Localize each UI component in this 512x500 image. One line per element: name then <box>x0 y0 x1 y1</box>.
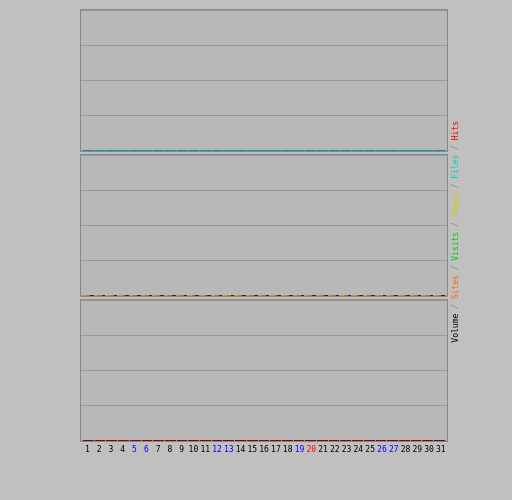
x-axis-label: 29 <box>412 445 423 454</box>
bar-group <box>235 150 246 151</box>
pages-bar <box>242 295 246 296</box>
pages-bar <box>441 295 445 296</box>
x-axis-label: 8 <box>164 445 175 454</box>
bar-group <box>294 440 305 441</box>
pages-bar <box>90 295 94 296</box>
volume-bar <box>142 440 153 441</box>
bar-group <box>387 295 398 296</box>
bar-group <box>95 150 106 151</box>
pages-bar <box>219 295 223 296</box>
x-axis-label: 13 <box>223 445 234 454</box>
bar-group <box>153 295 164 296</box>
right-legend: Volume / Sites / Visits / Pages / Files … <box>451 121 460 343</box>
hits-bar <box>106 150 117 151</box>
volume-bar <box>352 440 363 441</box>
volume-bar <box>106 440 117 441</box>
volume-bar <box>259 440 270 441</box>
bar-group <box>364 295 375 296</box>
bar-group <box>317 295 328 296</box>
x-axis-label: 25 <box>365 445 376 454</box>
bar-group <box>130 150 141 151</box>
pages-bar <box>371 295 375 296</box>
bar-group <box>212 150 223 151</box>
volume-bar <box>235 440 246 441</box>
pages-bar <box>336 295 340 296</box>
x-axis-label: 22 <box>329 445 340 454</box>
bar-group <box>434 295 445 296</box>
bar-group <box>376 440 387 441</box>
volume-bar <box>188 440 199 441</box>
bar-group <box>305 150 316 151</box>
bar-group <box>165 440 176 441</box>
bar-group <box>422 440 433 441</box>
bar-group <box>177 440 188 441</box>
bar-group <box>259 440 270 441</box>
bar-group <box>177 150 188 151</box>
hits-bar <box>434 150 445 151</box>
hits-bar <box>282 150 293 151</box>
hits-bar <box>329 150 340 151</box>
pages-bar <box>348 295 352 296</box>
volume-bar <box>422 440 433 441</box>
volume-bar <box>305 440 316 441</box>
hits-bar <box>387 150 398 151</box>
bar-group <box>95 295 106 296</box>
bar-group <box>83 295 94 296</box>
hits-bar <box>376 150 387 151</box>
hits-bar <box>259 150 270 151</box>
pages-bar <box>406 295 410 296</box>
hits-bar <box>177 150 188 151</box>
bar-group <box>282 440 293 441</box>
pages-bar <box>394 295 398 296</box>
volume-bar <box>376 440 387 441</box>
bar-group <box>282 295 293 296</box>
x-axis-label: 3 <box>106 445 117 454</box>
pages-bar <box>102 295 106 296</box>
bar-group <box>188 150 199 151</box>
hits-bar <box>317 150 328 151</box>
bar-group <box>200 440 211 441</box>
hits-bar <box>153 150 164 151</box>
x-axis: 1234567891011121314151617181920212223242… <box>80 445 448 454</box>
hits-bar <box>305 150 316 151</box>
bar-group <box>305 295 316 296</box>
hits-bar <box>118 150 129 151</box>
bar-group <box>340 440 351 441</box>
hits-bar <box>399 150 410 151</box>
x-axis-label: 18 <box>282 445 293 454</box>
bar-group <box>376 150 387 151</box>
bar-group <box>153 440 164 441</box>
hits-bar <box>422 150 433 151</box>
volume-bar <box>329 440 340 441</box>
pages-bar <box>114 295 118 296</box>
bar-group <box>165 150 176 151</box>
hits-bar <box>340 150 351 151</box>
bar-group <box>422 295 433 296</box>
x-axis-label: 11 <box>200 445 211 454</box>
bar-group <box>259 295 270 296</box>
pages-bar <box>324 295 328 296</box>
bar-group <box>352 295 363 296</box>
hits-bar <box>270 150 281 151</box>
bar-group <box>399 440 410 441</box>
pages-bar <box>172 295 176 296</box>
bar-group <box>340 295 351 296</box>
hits-bar <box>235 150 246 151</box>
bar-group <box>259 150 270 151</box>
bar-group <box>329 150 340 151</box>
x-axis-label: 9 <box>176 445 187 454</box>
volume-bar <box>317 440 328 441</box>
bar-group <box>352 150 363 151</box>
bar-group <box>165 295 176 296</box>
volume-bar <box>399 440 410 441</box>
pages-bar <box>359 295 363 296</box>
bar-group <box>329 295 340 296</box>
bar-group <box>223 440 234 441</box>
hits-bar <box>212 150 223 151</box>
pages-bar <box>430 295 434 296</box>
bar-group <box>247 440 258 441</box>
bar-group <box>305 440 316 441</box>
pages-bar <box>195 295 199 296</box>
bar-group <box>376 295 387 296</box>
x-axis-label: 10 <box>188 445 199 454</box>
